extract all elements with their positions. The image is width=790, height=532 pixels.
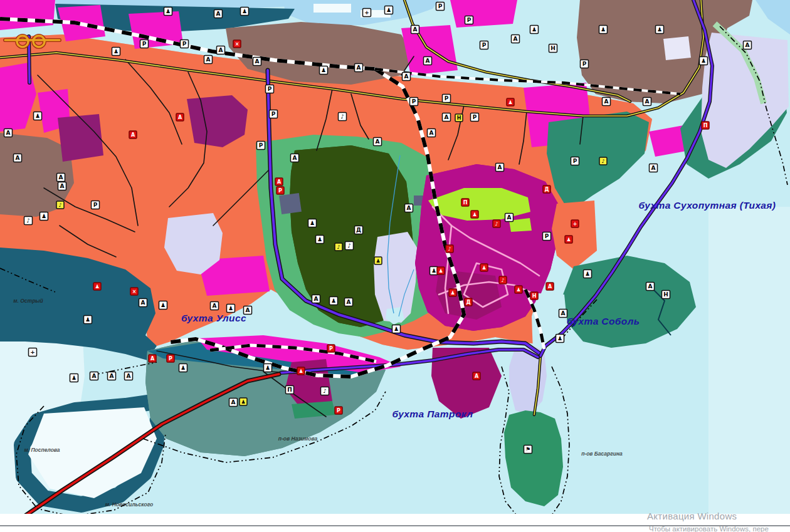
map-symbol-white: Р xyxy=(471,113,479,122)
svg-text:А: А xyxy=(150,356,155,362)
map-canvas[interactable]: ААААР+♟♟♪♟ААА♟А♟РРАА♟♟♟АААРРРА♟♪ААРАРААА… xyxy=(0,0,790,532)
svg-text:А: А xyxy=(127,373,131,379)
svg-text:♟: ♟ xyxy=(566,237,571,243)
map-symbol-white: Р xyxy=(410,98,418,106)
svg-text:♟: ♟ xyxy=(657,26,662,33)
svg-text:А: А xyxy=(404,73,409,80)
map-symbol-red: А xyxy=(149,355,156,362)
svg-text:П: П xyxy=(287,387,292,393)
cape-label: м. Поспелова xyxy=(24,447,60,453)
ice-patch xyxy=(313,4,351,13)
map-symbol-white: ♟ xyxy=(227,305,235,313)
svg-text:А: А xyxy=(426,58,430,64)
svg-text:♟: ♟ xyxy=(601,26,606,33)
map-symbol-red: Д xyxy=(465,298,472,306)
svg-text:Р: Р xyxy=(271,111,276,117)
zone-white-block xyxy=(663,36,691,60)
sea-light-east xyxy=(708,207,790,532)
svg-text:♟: ♟ xyxy=(317,236,322,243)
svg-text:♟: ♟ xyxy=(557,335,562,342)
svg-text:Д: Д xyxy=(466,300,470,305)
svg-text:♪: ♪ xyxy=(601,159,604,164)
svg-text:♟: ♟ xyxy=(532,26,537,33)
svg-text:А: А xyxy=(604,98,609,105)
map-symbol-white: А xyxy=(90,372,98,380)
map-symbol-yellow: ♪ xyxy=(335,243,342,251)
map-symbol-white: + xyxy=(363,9,371,17)
map-symbol-white: А xyxy=(355,64,363,72)
svg-text:♟: ♟ xyxy=(41,213,46,219)
map-symbol-red: ♟ xyxy=(565,236,572,243)
map-symbol-white: А xyxy=(211,302,219,310)
map-symbol-white: ♟ xyxy=(599,26,608,34)
map-symbol-white: А xyxy=(646,283,655,291)
map-symbol-white: А xyxy=(405,204,413,212)
svg-text:♟: ♟ xyxy=(508,100,512,105)
svg-text:♟: ♟ xyxy=(516,287,520,293)
map-symbol-white: Н xyxy=(549,44,557,53)
map-symbol-white: А xyxy=(424,57,432,65)
bay-label: бухта Соболь xyxy=(567,316,640,326)
map-symbol-white: ♟ xyxy=(164,8,172,16)
svg-text:Р: Р xyxy=(169,356,172,362)
svg-text:Р: Р xyxy=(582,61,587,67)
svg-text:♟: ♟ xyxy=(166,8,171,14)
map-symbol-white: Н xyxy=(662,291,670,299)
map-symbol-white: А xyxy=(428,129,436,137)
map-symbol-red: ♟ xyxy=(297,367,305,375)
svg-text:А: А xyxy=(131,132,135,138)
map-symbol-white: Д xyxy=(355,226,363,234)
svg-text:×: × xyxy=(235,41,240,47)
map-symbol-white: А xyxy=(411,26,419,34)
svg-text:А: А xyxy=(347,299,351,305)
svg-text:♟: ♟ xyxy=(181,365,186,371)
cape-label: п-ов Назимова xyxy=(278,436,318,442)
map-symbol-white: А xyxy=(58,182,66,190)
svg-text:Р: Р xyxy=(467,17,471,23)
map-symbol-white: ♟ xyxy=(70,374,78,382)
map-symbol-white: А xyxy=(650,164,658,172)
svg-text:А: А xyxy=(514,36,518,42)
map-symbol-white: ♟ xyxy=(34,112,42,120)
svg-text:♟: ♟ xyxy=(265,365,270,371)
svg-text:А: А xyxy=(314,296,319,302)
svg-text:Р: Р xyxy=(182,41,187,47)
svg-text:А: А xyxy=(6,130,11,136)
map-symbol-white: ♟ xyxy=(179,364,187,372)
svg-text:П: П xyxy=(703,123,708,128)
map-symbol-white: ♟ xyxy=(392,325,401,333)
map-symbol-red: ♪ xyxy=(499,276,507,284)
svg-text:А: А xyxy=(16,155,20,161)
svg-text:А: А xyxy=(178,115,182,120)
svg-text:А: А xyxy=(648,283,653,289)
map-symbol-white: ♟ xyxy=(656,26,664,34)
map-symbol-white: А xyxy=(217,46,225,55)
zone-magenta-dark xyxy=(58,114,103,162)
map-symbol-white: ♟ xyxy=(584,270,592,278)
map-symbol-white: ♟ xyxy=(84,316,92,324)
map-symbol-red: ♪ xyxy=(446,245,453,253)
map-symbol-white: ♟ xyxy=(556,335,564,343)
map-symbol-white: А xyxy=(744,41,752,50)
map-symbol-white: А xyxy=(229,399,238,407)
map-symbol-white: ♟ xyxy=(308,219,317,227)
svg-text:Д: Д xyxy=(544,187,549,192)
svg-text:А: А xyxy=(141,300,145,306)
svg-text:Р: Р xyxy=(482,42,487,48)
map-symbol-white: А xyxy=(345,298,353,306)
svg-text:♪: ♪ xyxy=(340,113,344,120)
cape-label: м. Острый xyxy=(13,298,43,304)
svg-text:Р: Р xyxy=(545,233,549,239)
svg-text:А: А xyxy=(507,214,512,221)
map-symbol-white: А xyxy=(312,295,320,303)
svg-text:+: + xyxy=(30,349,35,355)
map-symbol-red: ♟ xyxy=(93,283,101,290)
svg-text:П: П xyxy=(463,200,468,206)
map-symbol-red: А xyxy=(275,178,283,185)
svg-text:♟: ♟ xyxy=(394,326,399,332)
svg-text:А: А xyxy=(651,165,656,171)
map-symbol-red: А xyxy=(176,113,184,121)
map-symbol-yellow: ♪ xyxy=(56,201,64,209)
svg-text:А: А xyxy=(445,114,449,120)
map-symbol-red: ♪ xyxy=(493,220,500,227)
